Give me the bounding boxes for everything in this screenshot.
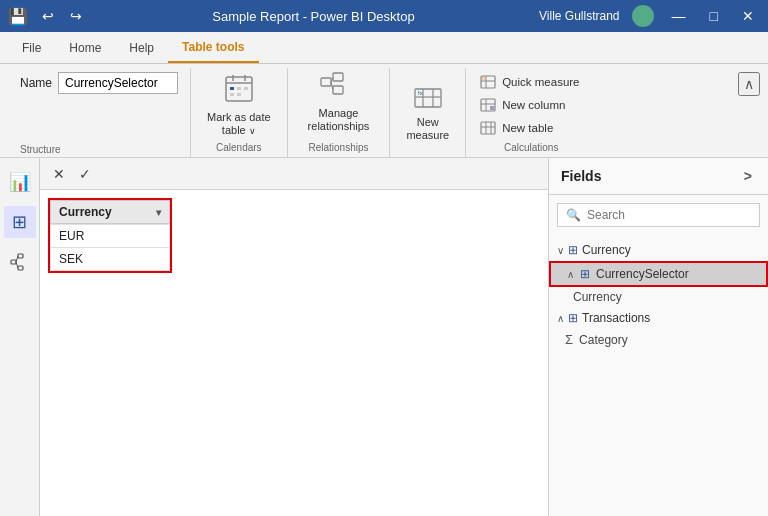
relationships-label: Relationships: [308, 138, 368, 153]
new-measure-button[interactable]: fx Newmeasure: [390, 68, 466, 157]
redo-button[interactable]: ↪: [64, 6, 88, 26]
currency-selector-expand-icon: ∧: [567, 269, 574, 280]
name-input[interactable]: [58, 72, 178, 94]
svg-rect-9: [321, 78, 331, 86]
column-header-label: Currency: [59, 205, 112, 219]
svg-rect-27: [481, 122, 495, 134]
fields-panel: Fields > 🔍 ∨ ⊞ Currency ∧ ⊞ CurrencySele…: [548, 158, 768, 516]
new-measure-label: Newmeasure: [406, 116, 449, 142]
transactions-expand-icon: ∧: [557, 313, 564, 324]
category-label: Category: [579, 333, 628, 347]
minimize-button[interactable]: —: [666, 6, 692, 26]
sidebar-icon-table-view[interactable]: ⊞: [4, 206, 36, 238]
transactions-table-icon: ⊞: [568, 311, 578, 325]
relationships-svg-icon: [320, 72, 356, 104]
mark-as-date-table-label: Mark as datetable ∨: [207, 111, 271, 137]
save-icon[interactable]: 💾: [8, 7, 28, 26]
transactions-group-header[interactable]: ∧ ⊞ Transactions: [549, 307, 768, 329]
undo-button[interactable]: ↩: [36, 6, 60, 26]
table-cell-sek[interactable]: SEK: [51, 248, 170, 271]
new-column-label: New column: [502, 99, 565, 111]
table-row: SEK: [51, 248, 170, 271]
new-table-icon: [480, 120, 496, 136]
fields-collapse-button[interactable]: >: [740, 166, 756, 186]
currency-selector-item[interactable]: ∧ ⊞ CurrencySelector: [549, 261, 768, 287]
quick-measure-icon: fx: [480, 74, 496, 90]
column-header: Currency ▾: [50, 200, 170, 224]
data-table: EUR SEK: [50, 224, 170, 271]
search-box: 🔍: [557, 203, 760, 227]
quick-measure-svg-icon: fx: [480, 74, 496, 90]
mark-as-date-table-button[interactable]: Mark as datetable ∨ Calendars: [191, 68, 288, 157]
quick-measure-label: Quick measure: [502, 76, 579, 88]
quick-measure-button[interactable]: fx Quick measure: [474, 72, 588, 92]
svg-rect-11: [333, 86, 343, 94]
maximize-button[interactable]: □: [704, 6, 724, 26]
svg-text:fx: fx: [418, 90, 423, 96]
new-column-icon: [480, 97, 496, 113]
sidebar-icon-bar-chart[interactable]: 📊: [4, 166, 36, 198]
name-label: Name: [20, 76, 52, 90]
relationships-icon: [320, 72, 356, 107]
table-cell-eur[interactable]: EUR: [51, 225, 170, 248]
manage-relationships-button[interactable]: Managerelationships Relationships: [288, 68, 391, 157]
svg-rect-7: [230, 93, 234, 96]
left-sidebar: 📊 ⊞: [0, 158, 40, 516]
ribbon-collapse-button[interactable]: ∧: [738, 72, 760, 96]
svg-rect-10: [333, 73, 343, 81]
measure-svg-icon: fx: [413, 83, 443, 113]
new-column-svg-icon: [480, 97, 496, 113]
new-measure-icon: fx: [413, 83, 443, 116]
toolbar-row: ✕ ✓: [40, 158, 548, 190]
title-bar: 💾 ↩ ↪ Sample Report - Power BI Desktop V…: [0, 0, 768, 32]
svg-rect-8: [237, 93, 241, 96]
currency-table-icon: ⊞: [568, 243, 578, 257]
currency-field-item[interactable]: Currency: [549, 287, 768, 307]
user-avatar: [632, 5, 654, 27]
transactions-group-label: Transactions: [582, 311, 650, 325]
search-icon: 🔍: [566, 208, 581, 222]
new-column-button[interactable]: New column: [474, 95, 588, 115]
cancel-edit-button[interactable]: ✕: [48, 164, 70, 184]
calendar-icon: [223, 72, 255, 111]
fields-list: ∨ ⊞ Currency ∧ ⊞ CurrencySelector Curren…: [549, 235, 768, 516]
manage-relationships-label: Managerelationships: [308, 107, 370, 133]
currency-group-label: Currency: [582, 243, 631, 257]
main-body: 📊 ⊞ ✕ ✓ Currency ▾: [0, 158, 768, 516]
currency-field-label: Currency: [573, 290, 622, 304]
sigma-icon: Σ: [565, 332, 573, 347]
close-button[interactable]: ✕: [736, 6, 760, 26]
model-svg-icon: [10, 252, 30, 272]
user-name: Ville Gullstrand: [539, 9, 619, 23]
title-bar-left: 💾 ↩ ↪: [8, 6, 88, 26]
tab-file[interactable]: File: [8, 32, 55, 63]
content-area: ✕ ✓ Currency ▾ EUR SEK: [40, 158, 548, 516]
currency-group: ∨ ⊞ Currency ∧ ⊞ CurrencySelector Curren…: [549, 239, 768, 307]
svg-rect-26: [490, 106, 494, 110]
category-item[interactable]: Σ Category: [549, 329, 768, 350]
calculations-group: fx Quick measure New column: [466, 68, 596, 157]
svg-rect-33: [18, 266, 23, 270]
tab-home[interactable]: Home: [55, 32, 115, 63]
currency-expand-icon: ∨: [557, 245, 564, 256]
fields-header: Fields >: [549, 158, 768, 195]
tab-help[interactable]: Help: [115, 32, 168, 63]
new-table-label: New table: [502, 122, 553, 134]
currency-group-header[interactable]: ∨ ⊞ Currency: [549, 239, 768, 261]
sidebar-icon-model[interactable]: [4, 246, 36, 278]
table-row: EUR: [51, 225, 170, 248]
data-table-wrapper: Currency ▾ EUR SEK: [48, 198, 172, 273]
window-title: Sample Report - Power BI Desktop: [88, 9, 539, 24]
currency-selector-label: CurrencySelector: [596, 267, 689, 281]
structure-label: Structure: [20, 140, 61, 155]
tab-table-tools[interactable]: Table tools: [168, 32, 258, 63]
search-input[interactable]: [587, 208, 751, 222]
svg-rect-31: [11, 260, 16, 264]
svg-line-35: [16, 262, 18, 268]
calendars-label: Calendars: [216, 138, 262, 153]
confirm-edit-button[interactable]: ✓: [74, 164, 96, 184]
calculations-label: Calculations: [474, 142, 588, 153]
tab-bar: File Home Help Table tools: [0, 32, 768, 64]
column-dropdown-arrow[interactable]: ▾: [156, 207, 161, 218]
new-table-button[interactable]: New table: [474, 118, 588, 138]
